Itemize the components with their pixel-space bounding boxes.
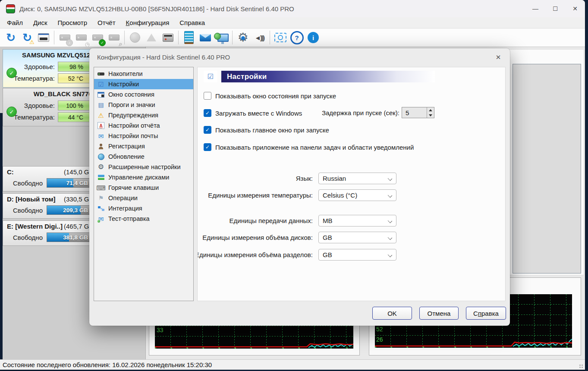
checkbox[interactable]: ✓ <box>204 143 211 151</box>
network-disk-icon[interactable] <box>127 30 143 45</box>
free-space-bar: 381,8 GB <box>47 233 90 242</box>
screenshot-icon[interactable] <box>272 30 289 45</box>
chevron-down-icon <box>388 176 392 181</box>
cancel-button[interactable]: Отмена <box>419 307 459 320</box>
maximize-button[interactable]: ☐ <box>545 0 565 17</box>
chevron-down-icon <box>388 253 392 257</box>
checkbox[interactable]: ✓ <box>204 126 211 134</box>
disk-ok-status-icon: ✓ <box>6 68 17 78</box>
toolbar-separator <box>124 31 125 44</box>
dialog-title: Конфигурация - Hard Disk Sentinel 6.40 P… <box>97 53 230 61</box>
dialog-close-icon[interactable]: ✕ <box>494 53 503 62</box>
checkbox-row-show-status-window[interactable]: ✓ Показывать окно состояния при запуске <box>204 91 336 100</box>
help-icon[interactable]: ? <box>289 30 305 45</box>
sound-icon[interactable]: ◄))) <box>251 30 267 45</box>
menu-file[interactable]: Файл <box>2 18 28 27</box>
close-button[interactable]: ✕ <box>565 0 585 17</box>
nav-item-hotkeys[interactable]: ⌨Горячие клавиши <box>94 182 193 193</box>
chart-scale-label: 26 <box>376 336 383 343</box>
status-text: Состояние последнего обновления: 16.02.2… <box>3 361 212 368</box>
checkbox-row-show-main-window[interactable]: ✓ Показывать главное окно при запуске <box>204 126 329 134</box>
partition-volume-unit-select[interactable]: GB <box>318 249 396 261</box>
checkbox[interactable]: ✓ <box>204 109 211 117</box>
toolbar-separator <box>54 31 54 44</box>
nav-item-mail-settings[interactable]: ✉Настройки почты <box>94 131 193 141</box>
configuration-dialog: Конфигурация - Hard Disk Sentinel 6.40 P… <box>89 48 510 326</box>
checkbox-row-load-with-windows[interactable]: ✓ Загружать вместе с Windows <box>204 109 302 117</box>
content-placeholder-box <box>513 64 581 274</box>
nav-item-settings[interactable]: ☑Настройки <box>94 79 193 89</box>
nav-item-test-send[interactable]: ✉Тест-отправка <box>94 214 193 224</box>
nav-item-operations[interactable]: ⚑Операции <box>94 193 193 203</box>
nav-item-disk-management[interactable]: Управление дисками <box>94 172 193 182</box>
spin-down-icon[interactable] <box>427 113 434 118</box>
menu-help[interactable]: Справка <box>174 18 210 27</box>
spin-up-icon[interactable] <box>427 107 434 113</box>
transfer-unit-select[interactable]: MB <box>318 215 396 226</box>
nav-item-status-window[interactable]: Окно состояния <box>94 89 193 100</box>
language-label: Язык: <box>198 173 315 184</box>
checkbox-label: Показывать главное окно при запуске <box>215 126 329 134</box>
help-button[interactable]: Справка <box>466 307 506 320</box>
minimize-button[interactable]: — <box>525 0 545 17</box>
delay-value[interactable]: 5 <box>402 107 427 118</box>
disk-clock-icon[interactable]: ◷ <box>73 30 89 45</box>
app-icon <box>6 4 15 13</box>
settings-gear-icon[interactable]: ⚙ <box>235 30 251 45</box>
menu-report[interactable]: Отчёт <box>92 18 121 27</box>
status-window-icon <box>97 91 105 98</box>
person-icon <box>97 142 105 150</box>
hardware-box-icon[interactable] <box>160 30 176 45</box>
disk-sound-icon[interactable]: ♪ <box>57 30 73 45</box>
disk-test-icon[interactable]: ✓ <box>89 30 106 45</box>
refresh-warning-icon[interactable]: ↻⚠ <box>19 30 35 45</box>
temperature-unit-label: Единицы измерения температуры: <box>198 189 315 201</box>
nav-item-warnings[interactable]: ⚠Предупреждения <box>94 110 193 120</box>
free-label: Свободно <box>3 179 43 187</box>
performance-levels-icon[interactable] <box>143 30 160 45</box>
report-icon[interactable] <box>181 30 197 45</box>
free-space-bar: 71,4 GB <box>47 178 90 188</box>
nav-item-update[interactable]: Обновление <box>94 151 193 162</box>
status-window-icon[interactable] <box>35 30 52 45</box>
chevron-down-icon <box>388 236 392 240</box>
checkbox-row-show-in-taskbar[interactable]: ✓ Показывать приложение на панели задач … <box>204 143 414 151</box>
nav-item-registration[interactable]: Регистрация <box>94 141 193 151</box>
ok-button[interactable]: OK <box>372 307 412 320</box>
toolbar-separator <box>270 31 270 44</box>
checkbox-label: Загружать вместе с Windows <box>215 110 302 117</box>
toolbar: ↻ ↻⚠ ♪ ◷ ✓ ⌕ ⚙ ◄))) ? i <box>0 28 585 47</box>
email-icon[interactable] <box>197 30 214 45</box>
menu-view[interactable]: Просмотр <box>53 18 93 27</box>
menu-bar: Файл Диск Просмотр Отчёт Конфигурация Сп… <box>0 17 585 28</box>
mail-settings-icon: ✉ <box>97 132 105 140</box>
toolbar-separator <box>232 31 233 44</box>
delay-spinner[interactable]: 5 <box>402 107 434 118</box>
info-icon[interactable]: i <box>305 30 321 45</box>
settings-checklist-icon: ☑ <box>97 80 105 88</box>
nav-item-advanced[interactable]: ⚙Расширенные настройки <box>94 162 193 172</box>
toolbar-separator <box>178 31 179 44</box>
network-status-icon[interactable] <box>214 30 230 45</box>
checkbox-label: Показывать приложение на панели задач и … <box>215 144 414 151</box>
menu-configuration[interactable]: Конфигурация <box>121 18 175 27</box>
resize-grip[interactable] <box>579 364 583 368</box>
settings-panel: ☑ Настройки ✓ Показывать окно состояния … <box>197 67 506 301</box>
nav-item-report-settings[interactable]: AНастройки отчёта <box>94 120 193 131</box>
free-label: Свободно <box>3 234 43 241</box>
delay-label: Задержка при пуске (сек): <box>305 107 399 118</box>
checkbox[interactable]: ✓ <box>204 92 211 100</box>
nav-item-drives[interactable]: Накопители <box>94 69 193 79</box>
disk-search-icon[interactable]: ⌕ <box>106 30 122 45</box>
disk-volume-unit-select[interactable]: GB <box>318 232 396 243</box>
nav-item-thresholds[interactable]: ▤Пороги и значки <box>94 100 193 110</box>
disk-management-icon <box>97 173 105 181</box>
refresh-icon[interactable]: ↻ <box>3 30 19 45</box>
temperature-unit-select[interactable]: Celsius (°C) <box>318 189 396 201</box>
nav-item-integration[interactable]: Интеграция <box>94 203 193 214</box>
drives-icon <box>97 70 105 78</box>
partition-name: C: <box>7 167 14 178</box>
menu-disk[interactable]: Диск <box>28 18 53 27</box>
language-select[interactable]: Russian <box>318 173 396 184</box>
window-title: Диск: 0, SAMSUNG MZVLQ512HBLU-00B0 [S6F5… <box>19 5 294 13</box>
